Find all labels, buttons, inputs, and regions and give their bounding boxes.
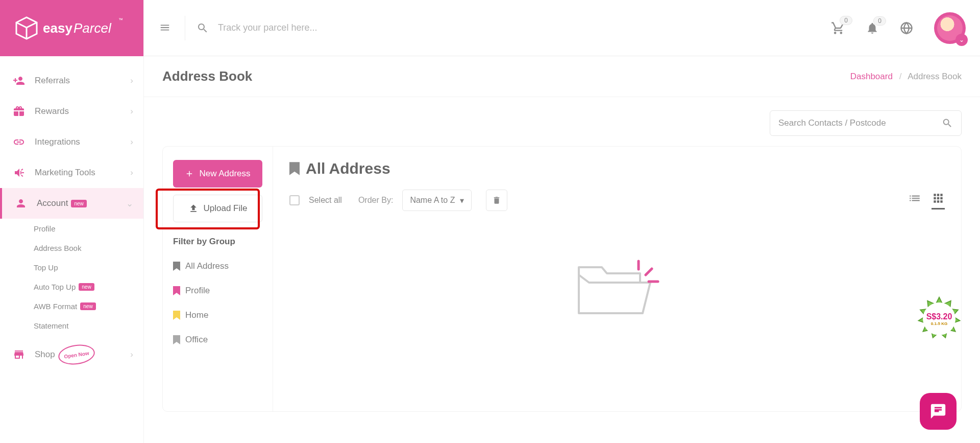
- notification-count: 0: [873, 16, 886, 26]
- search-icon[interactable]: [197, 22, 209, 34]
- new-address-button[interactable]: New Address: [173, 160, 262, 188]
- upload-icon: [188, 203, 199, 214]
- track-parcel-input[interactable]: [218, 22, 422, 33]
- bookmark-icon: [173, 262, 180, 271]
- search-icon[interactable]: [942, 118, 953, 129]
- subnav-address-book[interactable]: Address Book: [34, 238, 143, 258]
- promo-sticker[interactable]: S$3.20 0.1-5 KG: [917, 296, 962, 341]
- new-badge: new: [71, 200, 86, 207]
- sidebar-nav: Referrals › Rewards › Integrations ›: [0, 56, 143, 370]
- group-office[interactable]: Office: [173, 328, 262, 352]
- globe-icon[interactable]: [899, 21, 914, 35]
- svg-text:easy: easy: [43, 20, 72, 36]
- chevron-right-icon: ›: [130, 76, 133, 86]
- promo-weight: 0.1-5 KG: [931, 321, 947, 326]
- sidebar-item-label: Marketing Tools: [35, 168, 95, 178]
- user-menu[interactable]: ⌄: [934, 12, 966, 44]
- filters-panel: New Address Upload File Filter by Group …: [163, 147, 273, 411]
- subnav-profile[interactable]: Profile: [34, 219, 143, 238]
- grid-view-button[interactable]: [932, 192, 945, 209]
- group-profile[interactable]: Profile: [173, 278, 262, 303]
- bookmark-icon: [173, 335, 180, 344]
- breadcrumb-dashboard[interactable]: Dashboard: [850, 72, 893, 81]
- subnav-auto-top-up[interactable]: Auto Top Upnew: [34, 277, 143, 296]
- list-view-button[interactable]: [908, 192, 921, 209]
- sidebar-item-label: Referrals: [35, 76, 70, 86]
- bookmark-icon: [173, 311, 180, 320]
- breadcrumb-current: Address Book: [908, 72, 962, 81]
- svg-line-7: [646, 269, 652, 275]
- contact-search[interactable]: [770, 110, 962, 136]
- chevron-down-icon: ⌄: [126, 198, 133, 209]
- grid-icon: [932, 192, 945, 205]
- sidebar-item-account[interactable]: Account new ⌄: [0, 188, 143, 219]
- svg-line-1: [27, 22, 37, 28]
- subnav-awb-format[interactable]: AWB Formatnew: [34, 296, 143, 316]
- gift-icon: [12, 105, 26, 118]
- trash-icon: [492, 196, 501, 205]
- chevron-right-icon: ›: [130, 168, 133, 178]
- link-icon: [12, 135, 26, 149]
- new-badge: new: [79, 283, 94, 291]
- person-icon: [14, 197, 28, 210]
- cart-icon[interactable]: 0: [831, 21, 845, 35]
- upload-file-button[interactable]: Upload File: [173, 195, 262, 222]
- group-all-address[interactable]: All Address: [173, 254, 262, 278]
- select-all-checkbox[interactable]: [289, 195, 300, 205]
- sidebar-item-rewards[interactable]: Rewards ›: [0, 96, 143, 127]
- dropdown-icon: ▾: [460, 196, 464, 205]
- sidebar: easy Parcel ™ Referrals › Rewards ›: [0, 0, 144, 443]
- open-now-badge: Open Now: [58, 345, 95, 364]
- delete-button[interactable]: [486, 190, 507, 211]
- contacts-toolbar: [144, 97, 980, 141]
- chevron-right-icon: ›: [130, 106, 133, 116]
- store-icon: [12, 348, 26, 361]
- select-all-label: Select all: [309, 196, 342, 205]
- section-heading: All Address: [289, 160, 945, 177]
- bookmark-icon: [173, 286, 180, 295]
- chevron-right-icon: ›: [130, 137, 133, 147]
- sidebar-item-referrals[interactable]: Referrals ›: [0, 65, 143, 96]
- order-by-label: Order By:: [358, 196, 393, 205]
- group-home[interactable]: Home: [173, 303, 262, 328]
- list-toolbar: Select all Order By: Name A to Z ▾: [289, 190, 945, 211]
- menu-icon[interactable]: [158, 22, 174, 34]
- header: 0 0 ⌄: [144, 0, 980, 56]
- breadcrumb-sep: /: [899, 72, 902, 81]
- sidebar-item-shop[interactable]: Shop Open Now ›: [0, 339, 143, 370]
- sidebar-item-label: Account: [37, 198, 68, 208]
- list-panel: All Address Select all Order By: Name A …: [273, 147, 961, 411]
- brand-logo[interactable]: easy Parcel ™: [0, 0, 143, 56]
- subnav-statement[interactable]: Statement: [34, 316, 143, 335]
- list-icon: [908, 192, 921, 205]
- sort-select[interactable]: Name A to Z ▾: [402, 190, 472, 211]
- sidebar-item-label: Integrations: [35, 137, 80, 147]
- megaphone-icon: [12, 166, 26, 179]
- content-card: New Address Upload File Filter by Group …: [162, 146, 962, 412]
- sidebar-item-marketing[interactable]: Marketing Tools ›: [0, 157, 143, 188]
- bell-icon[interactable]: 0: [866, 21, 879, 35]
- person-add-icon: [12, 74, 26, 87]
- title-bar: Address Book Dashboard / Address Book: [144, 56, 980, 97]
- separator: [185, 16, 185, 40]
- sidebar-item-label: Rewards: [35, 106, 69, 116]
- chat-icon: [929, 403, 947, 420]
- contacts-search-input[interactable]: [778, 118, 942, 128]
- svg-text:™: ™: [118, 17, 123, 22]
- plus-icon: [185, 169, 194, 178]
- bookmark-icon: [289, 162, 300, 175]
- empty-folder-icon: [571, 252, 663, 329]
- chevron-right-icon: ›: [130, 349, 133, 360]
- sidebar-item-integrations[interactable]: Integrations ›: [0, 127, 143, 157]
- sidebar-item-label: Shop: [35, 349, 55, 360]
- chevron-down-icon: ⌄: [955, 34, 968, 46]
- cart-count: 0: [840, 16, 852, 25]
- empty-state: [289, 252, 945, 329]
- subnav-top-up[interactable]: Top Up: [34, 258, 143, 277]
- svg-line-0: [16, 22, 27, 28]
- svg-text:Parcel: Parcel: [74, 20, 112, 36]
- chat-fab[interactable]: [920, 393, 957, 430]
- page-title: Address Book: [162, 68, 252, 84]
- main: 0 0 ⌄ Address Book Dashboard /: [144, 0, 980, 443]
- filter-title: Filter by Group: [173, 237, 262, 247]
